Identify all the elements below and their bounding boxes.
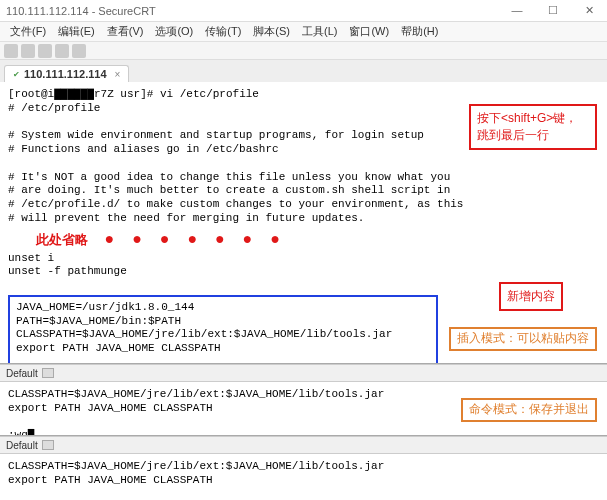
dropdown-icon[interactable] [42, 440, 54, 450]
annotation-cmd-mode: 命令模式：保存并退出 [461, 398, 597, 422]
terminal-line: JAVA_HOME=/usr/jdk1.8.0_144 [16, 301, 430, 315]
terminal-line: CLASSPATH=$JAVA_HOME/jre/lib/ext:$JAVA_H… [8, 460, 599, 474]
terminal-line: # It's NOT a good idea to change this fi… [8, 171, 599, 185]
window-title: 110.111.112.114 - SecureCRT [6, 5, 505, 17]
menubar: 文件(F) 编辑(E) 查看(V) 选项(O) 传输(T) 脚本(S) 工具(L… [0, 22, 607, 42]
minimize-button[interactable]: — [505, 4, 529, 17]
terminal-line: PATH=$JAVA_HOME/bin:$PATH [16, 315, 430, 329]
session-tab[interactable]: ✔ 110.111.112.114 × [4, 65, 129, 82]
terminal-pane-1[interactable]: [root@i▇▇▇▇▇▇r7Z usr]# vi /etc/profile #… [0, 82, 607, 364]
toolbar [0, 42, 607, 60]
toolbar-icon[interactable] [38, 44, 52, 58]
menu-options[interactable]: 选项(O) [149, 22, 199, 41]
terminal-line: # /etc/profile.d/ to make custom changes… [8, 198, 599, 212]
menu-file[interactable]: 文件(F) [4, 22, 52, 41]
toolbar-icon[interactable] [55, 44, 69, 58]
highlight-box: JAVA_HOME=/usr/jdk1.8.0_144 PATH=$JAVA_H… [8, 295, 438, 364]
menu-help[interactable]: 帮助(H) [395, 22, 444, 41]
status-dot-icon: ✔ [13, 70, 20, 79]
red-dots-icon: ●●●●●●● [105, 231, 298, 249]
tab-strip: ✔ 110.111.112.114 × [0, 60, 607, 82]
terminal-line: # will prevent the need for merging in f… [8, 212, 599, 226]
terminal-line: [root@i▇▇▇▇▇▇r7Z usr]# vi /etc/profile [8, 88, 599, 102]
terminal-line: CLASSPATH=$JAVA_HOME/jre/lib/ext:$JAVA_H… [16, 328, 430, 342]
status-bar-2: Default [0, 436, 607, 453]
close-button[interactable]: ✕ [577, 4, 601, 17]
menu-transfer[interactable]: 传输(T) [199, 22, 247, 41]
annotation-insert-mode: 插入模式：可以粘贴内容 [449, 327, 597, 351]
toolbar-icon[interactable] [21, 44, 35, 58]
dropdown-icon[interactable] [42, 368, 54, 378]
menu-script[interactable]: 脚本(S) [247, 22, 296, 41]
tab-close-icon[interactable]: × [115, 69, 121, 80]
terminal-line: unset i [8, 252, 599, 266]
window-controls: — ☐ ✕ [505, 4, 601, 17]
vi-command-line: :wq█ [8, 429, 599, 436]
terminal-line: export PATH JAVA_HOME CLASSPATH [16, 342, 430, 356]
default-label: Default [6, 440, 38, 451]
tab-label: 110.111.112.114 [24, 68, 107, 80]
maximize-button[interactable]: ☐ [541, 4, 565, 17]
terminal-line: # are doing. It's much better to create … [8, 184, 599, 198]
annotation-shift-g: 按下<shift+G>键，跳到最后一行 [469, 104, 597, 150]
toolbar-icon[interactable] [72, 44, 86, 58]
ellipsis-row: 此处省略 ●●●●●●● [36, 230, 599, 250]
terminal-pane-2[interactable]: CLASSPATH=$JAVA_HOME/jre/lib/ext:$JAVA_H… [0, 381, 607, 436]
terminal-pane-3[interactable]: CLASSPATH=$JAVA_HOME/jre/lib/ext:$JAVA_H… [0, 453, 607, 500]
annotation-new-content: 新增内容 [499, 282, 563, 311]
toolbar-icon[interactable] [4, 44, 18, 58]
default-label: Default [6, 368, 38, 379]
menu-window[interactable]: 窗口(W) [343, 22, 395, 41]
status-bar-1: Default [0, 364, 607, 381]
menu-tools[interactable]: 工具(L) [296, 22, 343, 41]
menu-edit[interactable]: 编辑(E) [52, 22, 101, 41]
menu-view[interactable]: 查看(V) [101, 22, 150, 41]
terminal-line: unset -f pathmunge [8, 265, 599, 279]
terminal-line: export PATH JAVA_HOME CLASSPATH [8, 474, 599, 488]
window-titlebar: 110.111.112.114 - SecureCRT — ☐ ✕ [0, 0, 607, 22]
ellipsis-label: 此处省略 [36, 232, 88, 247]
